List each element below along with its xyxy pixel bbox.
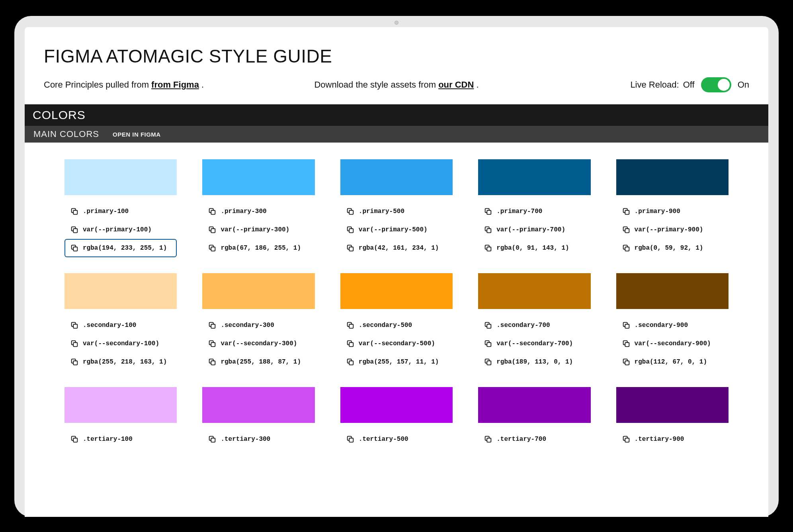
swatch: .tertiary-900 bbox=[616, 387, 729, 448]
swatch-class_name-text: .tertiary-100 bbox=[83, 436, 133, 443]
swatch: .primary-100var(--primary-100)rgba(194, … bbox=[64, 159, 177, 257]
subsection-main-colors-bar: MAIN COLORS OPEN IN FIGMA bbox=[25, 126, 768, 143]
copy-rgba-button[interactable]: rgba(0, 91, 143, 1) bbox=[478, 239, 590, 257]
copy-icon bbox=[346, 358, 355, 366]
copy-rgba-button[interactable]: rgba(255, 188, 87, 1) bbox=[202, 353, 314, 371]
swatch-var_name-text: var(--primary-300) bbox=[221, 226, 289, 233]
swatch-var_name-text: var(--secondary-700) bbox=[496, 340, 573, 347]
live-reload-on-label: On bbox=[738, 80, 749, 90]
swatch-class_name-text: .primary-300 bbox=[221, 208, 266, 215]
copy-var_name-button[interactable]: var(--secondary-500) bbox=[340, 334, 453, 353]
live-reload-label: Live Reload: bbox=[630, 80, 679, 90]
swatch-var_name-text: var(--secondary-900) bbox=[635, 340, 711, 347]
swatch-var_name-text: var(--secondary-300) bbox=[221, 340, 297, 347]
copy-class_name-button[interactable]: .tertiary-700 bbox=[478, 430, 590, 448]
copy-icon bbox=[346, 225, 355, 234]
open-in-figma-link[interactable]: OPEN IN FIGMA bbox=[113, 131, 161, 138]
copy-class_name-button[interactable]: .secondary-900 bbox=[616, 316, 729, 334]
download-text: Download the style assets from bbox=[314, 80, 436, 90]
copy-class_name-button[interactable]: .primary-100 bbox=[64, 202, 177, 221]
copy-rgba-button[interactable]: rgba(255, 218, 163, 1) bbox=[64, 353, 177, 371]
copy-icon bbox=[622, 358, 631, 366]
copy-icon bbox=[484, 244, 492, 252]
swatch-rgba-text: rgba(255, 218, 163, 1) bbox=[83, 358, 167, 366]
copy-var_name-button[interactable]: var(--secondary-100) bbox=[64, 334, 177, 353]
swatch-color bbox=[64, 159, 177, 195]
swatch: .secondary-300var(--secondary-300)rgba(2… bbox=[202, 273, 314, 371]
tablet-frame: FIGMA ATOMAGIC STYLE GUIDE Core Principl… bbox=[14, 16, 779, 517]
copy-rgba-button[interactable]: rgba(42, 161, 234, 1) bbox=[340, 239, 453, 257]
swatch-class_name-text: .secondary-700 bbox=[496, 322, 550, 329]
swatch-rgba-text: rgba(42, 161, 234, 1) bbox=[359, 244, 439, 252]
cdn-link[interactable]: our CDN bbox=[438, 80, 474, 90]
swatch-var_name-text: var(--secondary-100) bbox=[83, 340, 159, 347]
copy-rgba-button[interactable]: rgba(112, 67, 0, 1) bbox=[616, 353, 729, 371]
swatch-class_name-text: .primary-700 bbox=[496, 208, 542, 215]
copy-var_name-button[interactable]: var(--primary-100) bbox=[64, 221, 177, 239]
copy-icon bbox=[484, 358, 492, 366]
screen: FIGMA ATOMAGIC STYLE GUIDE Core Principl… bbox=[25, 27, 768, 517]
swatch: .tertiary-300 bbox=[202, 387, 314, 448]
swatch-color bbox=[340, 387, 453, 423]
copy-class_name-button[interactable]: .secondary-500 bbox=[340, 316, 453, 334]
swatch-var_name-text: var(--primary-700) bbox=[496, 226, 565, 233]
copy-icon bbox=[484, 207, 492, 216]
copy-var_name-button[interactable]: var(--primary-500) bbox=[340, 221, 453, 239]
swatch-var_name-text: var(--primary-100) bbox=[83, 226, 152, 233]
swatch-class_name-text: .secondary-500 bbox=[359, 322, 412, 329]
copy-icon bbox=[208, 435, 217, 444]
copy-rgba-button[interactable]: rgba(189, 113, 0, 1) bbox=[478, 353, 590, 371]
swatch: .primary-300var(--primary-300)rgba(67, 1… bbox=[202, 159, 314, 257]
copy-icon bbox=[70, 207, 79, 216]
copy-var_name-button[interactable]: var(--secondary-300) bbox=[202, 334, 314, 353]
swatch-rgba-text: rgba(194, 233, 255, 1) bbox=[83, 244, 167, 252]
swatch-var_name-text: var(--primary-900) bbox=[635, 226, 703, 233]
copy-icon bbox=[208, 225, 217, 234]
copy-var_name-button[interactable]: var(--primary-900) bbox=[616, 221, 729, 239]
swatch-rgba-text: rgba(189, 113, 0, 1) bbox=[496, 358, 573, 366]
copy-class_name-button[interactable]: .secondary-300 bbox=[202, 316, 314, 334]
copy-class_name-button[interactable]: .secondary-100 bbox=[64, 316, 177, 334]
copy-icon bbox=[622, 339, 631, 348]
copy-rgba-button[interactable]: rgba(67, 186, 255, 1) bbox=[202, 239, 314, 257]
copy-rgba-button[interactable]: rgba(255, 157, 11, 1) bbox=[340, 353, 453, 371]
live-reload-toggle[interactable] bbox=[701, 77, 731, 92]
copy-icon bbox=[346, 339, 355, 348]
from-figma-link[interactable]: from Figma bbox=[151, 80, 199, 90]
copy-class_name-button[interactable]: .primary-900 bbox=[616, 202, 729, 221]
section-title: COLORS bbox=[33, 108, 86, 121]
swatch-class_name-text: .tertiary-300 bbox=[221, 436, 270, 443]
copy-var_name-button[interactable]: var(--secondary-700) bbox=[478, 334, 590, 353]
copy-class_name-button[interactable]: .tertiary-900 bbox=[616, 430, 729, 448]
copy-rgba-button[interactable]: rgba(0, 59, 92, 1) bbox=[616, 239, 729, 257]
page-title: FIGMA ATOMAGIC STYLE GUIDE bbox=[44, 45, 749, 67]
copy-class_name-button[interactable]: .primary-500 bbox=[340, 202, 453, 221]
copy-icon bbox=[70, 244, 79, 252]
copy-icon bbox=[208, 207, 217, 216]
copy-icon bbox=[208, 339, 217, 348]
copy-icon bbox=[70, 435, 79, 444]
swatch-color bbox=[616, 273, 729, 309]
swatch-color bbox=[64, 273, 177, 309]
swatch-class_name-text: .tertiary-500 bbox=[359, 436, 408, 443]
copy-var_name-button[interactable]: var(--primary-700) bbox=[478, 221, 590, 239]
live-reload-off-label: Off bbox=[683, 80, 695, 90]
copy-class_name-button[interactable]: .secondary-700 bbox=[478, 316, 590, 334]
copy-var_name-button[interactable]: var(--primary-300) bbox=[202, 221, 314, 239]
copy-class_name-button[interactable]: .tertiary-100 bbox=[64, 430, 177, 448]
swatch-color bbox=[340, 273, 453, 309]
copy-class_name-button[interactable]: .primary-300 bbox=[202, 202, 314, 221]
subsection-title: MAIN COLORS bbox=[33, 129, 99, 139]
live-reload-control: Live Reload: Off On bbox=[630, 77, 749, 92]
swatch-class_name-text: .primary-900 bbox=[635, 208, 680, 215]
copy-rgba-button[interactable]: rgba(194, 233, 255, 1) bbox=[64, 239, 177, 257]
swatch-color bbox=[478, 159, 590, 195]
copy-class_name-button[interactable]: .tertiary-500 bbox=[340, 430, 453, 448]
section-colors-bar: COLORS bbox=[25, 104, 768, 126]
swatch-var_name-text: var(--primary-500) bbox=[359, 226, 428, 233]
copy-var_name-button[interactable]: var(--secondary-900) bbox=[616, 334, 729, 353]
copy-class_name-button[interactable]: .tertiary-300 bbox=[202, 430, 314, 448]
toggle-knob bbox=[718, 79, 730, 91]
copy-class_name-button[interactable]: .primary-700 bbox=[478, 202, 590, 221]
copy-icon bbox=[484, 225, 492, 234]
